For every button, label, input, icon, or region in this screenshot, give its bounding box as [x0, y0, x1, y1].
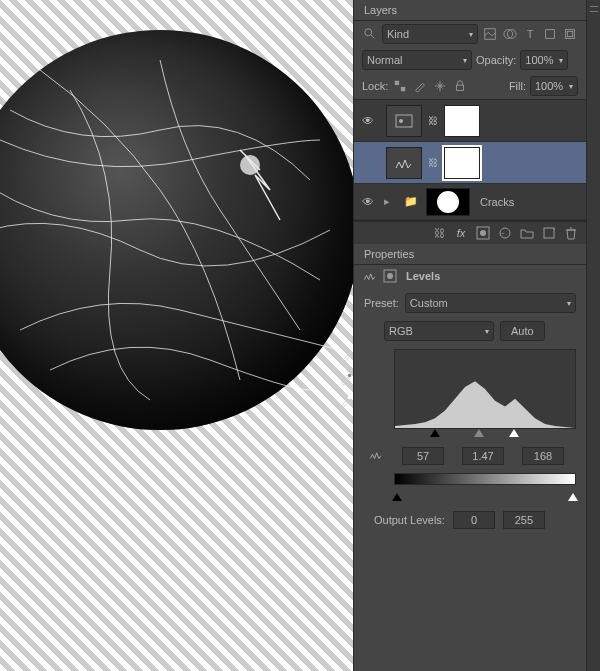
svg-point-20	[348, 352, 352, 356]
lock-position-icon[interactable]	[432, 78, 448, 94]
svg-rect-9	[395, 81, 399, 85]
filter-type-select[interactable]: Kind▾	[382, 24, 478, 44]
preset-label: Preset:	[364, 297, 399, 309]
opacity-label: Opacity:	[476, 54, 516, 66]
blend-mode-label: Normal	[367, 54, 402, 66]
lock-label: Lock:	[362, 80, 388, 92]
levels-icon	[362, 268, 378, 284]
mask-link-icon[interactable]: ⛓	[426, 115, 440, 126]
opacity-input[interactable]: 100%▾	[520, 50, 568, 70]
canvas-artwork	[0, 30, 353, 430]
blend-mode-select[interactable]: Normal▾	[362, 50, 472, 70]
svg-point-15	[480, 230, 486, 236]
document-canvas[interactable]	[0, 0, 353, 671]
new-layer-icon[interactable]	[542, 226, 556, 240]
output-white-input[interactable]: 255	[503, 511, 545, 529]
link-layers-icon[interactable]: ⛓	[432, 226, 446, 240]
fill-label: Fill:	[509, 80, 526, 92]
search-icon	[362, 26, 378, 42]
layer-row[interactable]: 👁 ⛓	[354, 100, 586, 142]
output-gradient	[394, 473, 576, 485]
channel-value: RGB	[389, 325, 413, 337]
white-point-eyedropper[interactable]	[338, 393, 354, 409]
collapsed-panel-dock[interactable]	[586, 0, 600, 671]
mask-thumb[interactable]	[444, 105, 480, 137]
midtones-slider[interactable]	[474, 429, 484, 437]
svg-point-1	[365, 29, 372, 36]
svg-line-2	[371, 35, 375, 39]
layer-row[interactable]: ⛓	[354, 142, 586, 184]
layer-list: 👁 ⛓ ⛓ 👁 ▸ 📁 Cracks	[354, 99, 586, 221]
fill-input[interactable]: 100%▾	[530, 76, 578, 96]
mask-mode-icon[interactable]	[382, 268, 398, 284]
delete-layer-icon[interactable]	[564, 226, 578, 240]
highlights-input[interactable]: 168	[522, 447, 564, 465]
layer-effects-icon[interactable]: fx	[454, 226, 468, 240]
layer-row[interactable]: 👁 ▸ 📁 Cracks	[354, 184, 586, 220]
adjustment-title: Levels	[406, 270, 440, 282]
visibility-toggle[interactable]: 👁	[354, 195, 382, 209]
input-slider-track[interactable]	[394, 429, 576, 439]
adjustment-thumb	[386, 105, 422, 137]
visibility-toggle[interactable]: 👁	[354, 114, 382, 128]
filter-type-label: Kind	[387, 28, 409, 40]
adjustment-filter-icon[interactable]	[502, 26, 518, 42]
svg-rect-6	[546, 30, 555, 39]
shape-filter-icon[interactable]	[542, 26, 558, 42]
gray-point-eyedropper[interactable]	[338, 371, 354, 387]
pixel-filter-icon[interactable]	[482, 26, 498, 42]
mask-link-icon[interactable]: ⛓	[426, 157, 440, 168]
new-adjustment-icon[interactable]	[498, 226, 512, 240]
preset-select[interactable]: Custom▾	[405, 293, 576, 313]
output-white-slider[interactable]	[568, 493, 578, 501]
svg-point-19	[387, 273, 393, 279]
svg-point-22	[348, 396, 352, 400]
output-levels-label: Output Levels:	[374, 514, 445, 526]
midtones-input[interactable]: 1.47	[462, 447, 504, 465]
histogram	[394, 349, 576, 429]
type-filter-icon[interactable]: T	[522, 26, 538, 42]
mask-thumb[interactable]	[444, 147, 480, 179]
black-point-eyedropper[interactable]	[338, 349, 354, 365]
smartobject-filter-icon[interactable]	[562, 26, 578, 42]
output-slider-track[interactable]	[394, 493, 576, 503]
shadows-input[interactable]: 57	[402, 447, 444, 465]
shadows-slider[interactable]	[430, 429, 440, 437]
new-group-icon[interactable]	[520, 226, 534, 240]
expand-arrow-icon[interactable]: ▸	[384, 195, 400, 208]
properties-panel-tab[interactable]: Properties	[354, 244, 586, 265]
fill-value: 100%	[535, 80, 563, 92]
output-black-slider[interactable]	[392, 493, 402, 501]
folder-icon: 📁	[404, 195, 420, 208]
lock-all-icon[interactable]	[452, 78, 468, 94]
preset-value: Custom	[410, 297, 448, 309]
svg-rect-11	[457, 85, 464, 90]
highlights-slider[interactable]	[509, 429, 519, 437]
lock-transparency-icon[interactable]	[392, 78, 408, 94]
svg-rect-8	[567, 31, 572, 36]
auto-button[interactable]: Auto	[500, 321, 545, 341]
svg-point-13	[399, 119, 403, 123]
layer-name[interactable]: Cracks	[474, 196, 586, 208]
svg-rect-17	[544, 228, 554, 238]
opacity-value: 100%	[525, 54, 553, 66]
group-mask-thumb[interactable]	[426, 188, 470, 216]
layers-panel-tab[interactable]: Layers	[354, 0, 586, 21]
output-black-input[interactable]: 0	[453, 511, 495, 529]
svg-point-0	[240, 155, 260, 175]
levels-adjustment-thumb	[386, 147, 422, 179]
svg-rect-10	[401, 87, 405, 91]
add-mask-icon[interactable]	[476, 226, 490, 240]
svg-point-21	[348, 374, 352, 378]
channel-select[interactable]: RGB▾	[384, 321, 494, 341]
lock-pixels-icon[interactable]	[412, 78, 428, 94]
levels-wide-icon	[368, 447, 384, 463]
svg-rect-12	[396, 115, 412, 127]
